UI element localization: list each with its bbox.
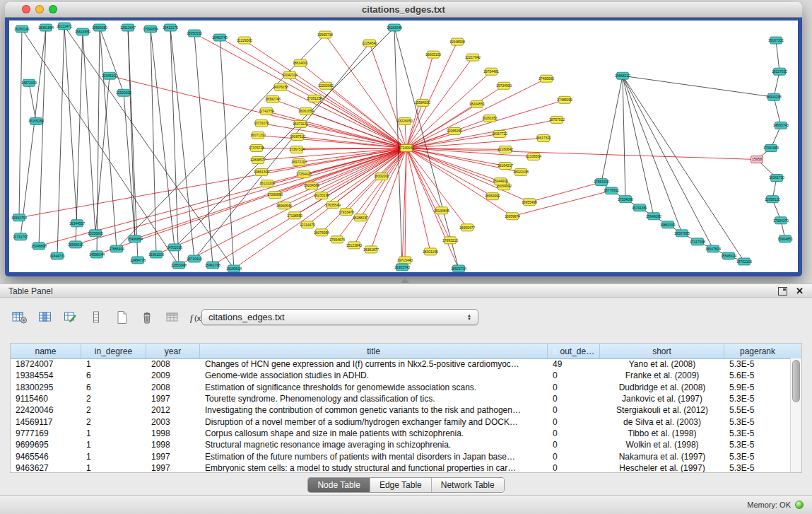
graph-node[interactable]: 18392746: [265, 95, 281, 103]
graph-node[interactable]: 12612647: [120, 24, 136, 31]
graph-node[interactable]: 16381206: [148, 251, 164, 258]
graph-node[interactable]: 15056805: [88, 230, 103, 237]
graph-node[interactable]: 19167331: [768, 37, 784, 44]
graph-node[interactable]: 19965718: [317, 31, 333, 38]
graph-node[interactable]: 16155264: [28, 117, 44, 124]
graph-node[interactable]: 16071121: [293, 120, 308, 127]
graph-node[interactable]: 14976158: [273, 83, 288, 90]
graph-node[interactable]: 18183048: [387, 24, 402, 31]
graph-node[interactable]: 12853948: [171, 262, 187, 269]
table-row[interactable]: 946554611997Estimation of the future num…: [11, 450, 791, 462]
graph-node[interactable]: 12254541: [362, 40, 377, 47]
graph-node[interactable]: 16617322: [536, 134, 551, 141]
import-table-button[interactable]: [163, 309, 182, 327]
graph-node[interactable]: 12106504: [526, 153, 541, 160]
graph-node[interactable]: 16959974: [505, 213, 520, 220]
graph-node[interactable]: 15649282: [646, 213, 661, 220]
graph-node[interactable]: 18568015: [68, 241, 83, 248]
graph-node[interactable]: 20211471: [57, 23, 72, 30]
network-canvas[interactable]: 1724004121229300199657181225454116605100…: [9, 21, 798, 272]
graph-node[interactable]: 17081254: [307, 95, 322, 102]
graph-node[interactable]: 19861541: [660, 221, 676, 228]
graph-node[interactable]: 17554088: [618, 196, 633, 203]
graph-node[interactable]: 17999354: [143, 25, 158, 33]
graph-node[interactable]: 15496864: [127, 235, 143, 243]
graph-node[interactable]: 16122203: [259, 180, 275, 187]
graph-node[interactable]: 16959477: [459, 224, 475, 231]
graph-node[interactable]: 18227835: [772, 68, 787, 75]
graph-node[interactable]: 17240041: [399, 144, 414, 151]
graph-node[interactable]: 16189514: [226, 265, 242, 272]
table-settings-button[interactable]: [10, 309, 30, 327]
column-header-title[interactable]: title: [200, 344, 548, 358]
graph-node[interactable]: 16344557: [69, 220, 85, 227]
edit-table-button[interactable]: [61, 309, 81, 327]
graph-node[interactable]: 17485093: [557, 96, 572, 103]
scrollbar-thumb[interactable]: [792, 360, 800, 402]
graph-node[interactable]: 19234568: [304, 182, 319, 189]
graph-node[interactable]: 19565683: [92, 24, 107, 31]
graph-node[interactable]: 18061054: [298, 107, 314, 115]
graph-node[interactable]: 16261651: [482, 115, 498, 122]
graph-node[interactable]: 18317722: [492, 130, 507, 137]
vertical-scrollbar[interactable]: [790, 358, 801, 472]
new-document-button[interactable]: [112, 309, 131, 327]
graph-node[interactable]: 16071310: [250, 132, 266, 139]
graph-node[interactable]: 15461798: [205, 262, 220, 269]
graph-node[interactable]: 19754481: [483, 68, 499, 75]
graph-node[interactable]: 16463745: [212, 34, 228, 41]
window-titlebar[interactable]: citations_edges.txt: [5, 2, 802, 18]
graph-node[interactable]: 17635549: [325, 201, 341, 209]
graph-node[interactable]: 17885404: [109, 245, 124, 252]
minimize-window-button[interactable]: [35, 5, 44, 13]
graph-node[interactable]: 17138559: [287, 212, 302, 219]
graph-node[interactable]: 16283141: [14, 25, 30, 33]
graph-node[interactable]: 16076954: [314, 229, 329, 236]
tab-edge-table[interactable]: Edge Table: [370, 478, 431, 492]
float-panel-icon[interactable]: [778, 287, 787, 296]
graph-node[interactable]: 16547824: [705, 245, 721, 252]
column-header-year[interactable]: year: [146, 344, 200, 358]
graph-node[interactable]: 16900296: [766, 93, 782, 100]
graph-node[interactable]: 12160642: [498, 146, 513, 153]
graph-node[interactable]: 15123843: [346, 242, 362, 249]
graph-node[interactable]: 12114479: [300, 221, 315, 228]
graph-node[interactable]: 16164217: [498, 163, 513, 170]
graph-node[interactable]: 21229300: [237, 37, 252, 44]
graph-node[interactable]: 16288237: [353, 214, 368, 221]
graph-node[interactable]: 20345101: [102, 72, 117, 79]
graph-node[interactable]: 16972113: [291, 159, 307, 166]
graph-node[interactable]: 15134845: [434, 207, 449, 214]
graph-node[interactable]: 15545624: [721, 252, 736, 259]
graph-node[interactable]: 12065250: [447, 127, 462, 134]
zoom-window-button[interactable]: [49, 5, 57, 13]
graph-node[interactable]: 18614001: [293, 59, 308, 66]
column-header-pagerank[interactable]: pagerank: [724, 344, 791, 358]
table-row[interactable]: 2242004622012Investigating the contribut…: [11, 404, 791, 416]
graph-node[interactable]: 14583743: [773, 122, 789, 129]
graph-node[interactable]: 12484778: [130, 257, 146, 264]
graph-node[interactable]: 17933478: [339, 209, 354, 216]
graph-node[interactable]: 18302002: [374, 173, 389, 180]
graph-node[interactable]: 17367514: [289, 146, 305, 153]
graph-node[interactable]: 17254421: [296, 171, 312, 178]
graph-node[interactable]: 16741381: [632, 204, 647, 211]
graph-node[interactable]: 17081983: [763, 144, 779, 151]
graph-node[interactable]: 16341730: [769, 175, 784, 182]
splitter-grip[interactable]: [401, 278, 409, 283]
tab-network-table[interactable]: Network Table: [431, 478, 504, 492]
table-selector-dropdown[interactable]: citations_edges.txt ▲ ▼: [201, 309, 478, 325]
graph-node[interactable]: 18757512: [549, 116, 565, 123]
graph-node[interactable]: 12838577: [250, 157, 266, 164]
table-row[interactable]: 1830029562008Estimation of significance …: [11, 382, 791, 393]
graph-node[interactable]: 18955499: [522, 199, 537, 206]
graph-node[interactable]: 18301246: [423, 248, 438, 255]
table-row[interactable]: 969969511998Structural magnetic resonanc…: [11, 439, 791, 450]
graph-node[interactable]: 15958: [751, 156, 763, 163]
graph-node[interactable]: 19087110: [290, 133, 305, 140]
graph-node[interactable]: 12958120: [765, 196, 780, 203]
graph-node[interactable]: 17554674: [329, 236, 345, 243]
show-columns-button[interactable]: [35, 309, 55, 327]
table-row[interactable]: 1938455462009Genome-wide association stu…: [11, 370, 791, 381]
graph-node[interactable]: 16960546: [276, 202, 292, 209]
